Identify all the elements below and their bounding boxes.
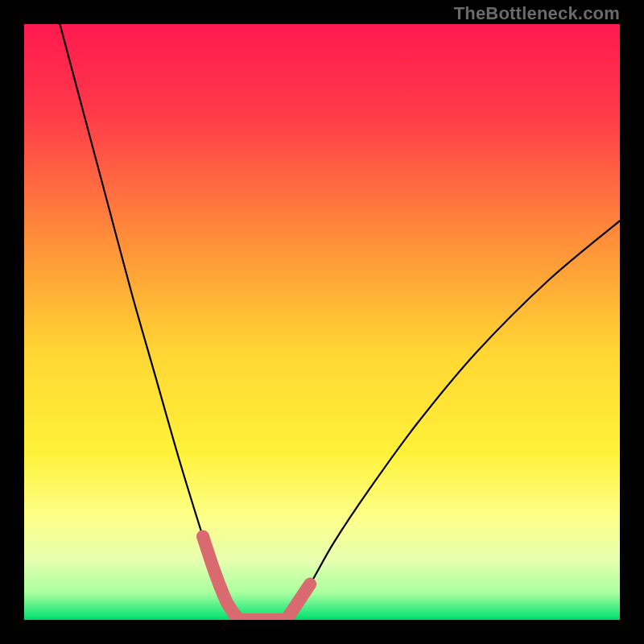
highlight-right [287, 584, 311, 620]
highlight-left [203, 536, 238, 620]
curve-right-arm [287, 221, 620, 620]
chart-frame [24, 24, 620, 620]
curve-left-arm [60, 24, 238, 620]
watermark-text: TheBottleneck.com [454, 3, 620, 24]
chart-curve-layer [24, 24, 620, 620]
